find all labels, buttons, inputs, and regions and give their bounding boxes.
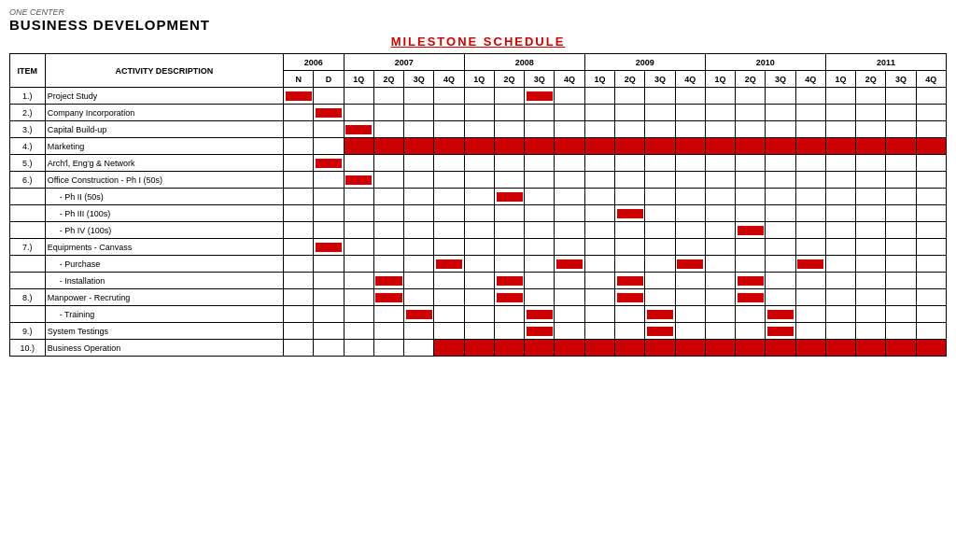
- gantt-cell: [766, 189, 795, 205]
- table-row: - Ph II (50s): [10, 189, 947, 205]
- row-item-number: 1.): [10, 88, 46, 105]
- gantt-cell: [284, 105, 314, 121]
- gantt-cell: [284, 189, 314, 205]
- col-2011-1q: 1Q: [825, 71, 855, 88]
- gantt-cell: [584, 88, 614, 105]
- gantt-cell: [795, 88, 825, 105]
- gantt-cell: [494, 172, 524, 189]
- gantt-cell: [344, 88, 373, 105]
- gantt-cell: [736, 306, 766, 323]
- gantt-cell: [344, 239, 373, 256]
- table-row: 1.)Project Study: [10, 88, 947, 105]
- gantt-cell: [675, 172, 705, 189]
- gantt-cell: [705, 189, 735, 205]
- col-2007-4q: 4Q: [434, 71, 464, 88]
- row-activity-desc: - Installation: [45, 273, 283, 289]
- col-2008-1q: 1Q: [464, 71, 494, 88]
- gantt-cell: [464, 222, 494, 239]
- gantt-cell: [314, 273, 344, 289]
- gantt-cell: [615, 138, 645, 155]
- gantt-cell: [494, 340, 524, 357]
- gantt-cell: [886, 323, 916, 340]
- gantt-cell: [404, 289, 434, 306]
- gantt-bar: [617, 209, 643, 218]
- gantt-cell: [615, 105, 645, 121]
- row-activity-desc: - Ph III (100s): [45, 205, 283, 222]
- gantt-bar: [286, 91, 312, 101]
- col-year-2009: 2009: [584, 54, 705, 71]
- gantt-cell: [284, 273, 314, 289]
- gantt-cell: [615, 189, 645, 205]
- gantt-cell: [736, 273, 766, 289]
- gantt-cell: [404, 239, 434, 256]
- gantt-cell: [825, 105, 855, 121]
- gantt-cell: [494, 239, 524, 256]
- gantt-cell: [525, 121, 555, 138]
- gantt-cell: [314, 172, 344, 189]
- gantt-cell: [555, 121, 584, 138]
- gantt-bar: [767, 327, 794, 336]
- gantt-cell: [886, 289, 916, 306]
- gantt-cell: [404, 155, 434, 172]
- row-item-number: [10, 222, 46, 239]
- gantt-cell: [645, 273, 675, 289]
- col-2010-2q: 2Q: [736, 71, 766, 88]
- gantt-cell: [434, 155, 464, 172]
- gantt-cell: [373, 273, 403, 289]
- col-2011-4q: 4Q: [916, 71, 946, 88]
- gantt-cell: [825, 172, 855, 189]
- gantt-cell: [825, 222, 855, 239]
- gantt-cell: [584, 306, 614, 323]
- gantt-cell: [314, 155, 344, 172]
- col-2010-4q: 4Q: [795, 71, 825, 88]
- gantt-cell: [856, 340, 886, 357]
- gantt-cell: [766, 121, 795, 138]
- gantt-cell: [464, 256, 494, 273]
- col-header-desc: ACTIVITY DESCRIPTION: [45, 54, 283, 88]
- gantt-bar: [527, 91, 553, 101]
- gantt-cell: [494, 189, 524, 205]
- gantt-cell: [404, 323, 434, 340]
- gantt-cell: [645, 340, 675, 357]
- gantt-cell: [464, 88, 494, 105]
- gantt-cell: [825, 205, 855, 222]
- gantt-cell: [736, 222, 766, 239]
- gantt-bar: [617, 276, 643, 286]
- gantt-cell: [525, 289, 555, 306]
- gantt-cell: [615, 340, 645, 357]
- gantt-cell: [615, 205, 645, 222]
- gantt-cell: [615, 172, 645, 189]
- table-row: 7.)Equipments - Canvass: [10, 239, 947, 256]
- gantt-cell: [705, 239, 735, 256]
- gantt-cell: [525, 189, 555, 205]
- gantt-table: ITEM ACTIVITY DESCRIPTION 2006 2007 2008…: [9, 53, 947, 357]
- gantt-cell: [344, 340, 373, 357]
- gantt-cell: [373, 323, 403, 340]
- gantt-cell: [344, 222, 373, 239]
- gantt-cell: [584, 138, 614, 155]
- gantt-bar: [375, 276, 401, 286]
- table-row: - Training: [10, 306, 947, 323]
- gantt-cell: [525, 323, 555, 340]
- gantt-cell: [766, 239, 795, 256]
- gantt-cell: [584, 155, 614, 172]
- gantt-cell: [434, 239, 464, 256]
- gantt-cell: [766, 306, 795, 323]
- gantt-bar: [738, 293, 764, 302]
- gantt-cell: [284, 121, 314, 138]
- gantt-cell: [373, 155, 403, 172]
- gantt-cell: [314, 306, 344, 323]
- col-2009-2q: 2Q: [615, 71, 645, 88]
- gantt-bar: [647, 327, 673, 336]
- gantt-cell: [404, 138, 434, 155]
- gantt-bar: [527, 327, 553, 336]
- gantt-cell: [494, 121, 524, 138]
- gantt-cell: [645, 205, 675, 222]
- gantt-cell: [314, 289, 344, 306]
- gantt-cell: [284, 306, 314, 323]
- gantt-cell: [886, 205, 916, 222]
- gantt-cell: [464, 340, 494, 357]
- gantt-cell: [525, 239, 555, 256]
- col-2011-2q: 2Q: [856, 71, 886, 88]
- gantt-bar: [527, 310, 553, 319]
